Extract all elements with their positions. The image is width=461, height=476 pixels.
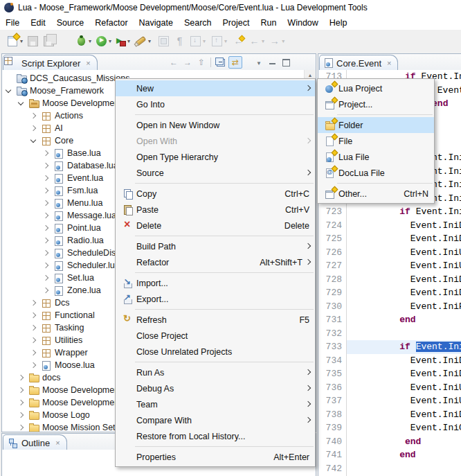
back-button[interactable]: ← (167, 58, 181, 67)
context-menu-item-copy[interactable]: CopyCtrl+C (116, 186, 315, 202)
context-menu-item-new[interactable]: New (116, 80, 315, 96)
context-menu-item-run-as[interactable]: Run As (116, 364, 315, 380)
chevron-down-icon[interactable]: ▾ (20, 38, 23, 44)
close-icon[interactable]: × (387, 59, 391, 67)
context-menu-item-import-[interactable]: Import... (116, 275, 315, 291)
debug-button[interactable]: ▾ (74, 33, 93, 50)
context-menu-item-team[interactable]: Team (116, 396, 315, 412)
maximize-button[interactable] (282, 59, 290, 67)
context-menu-item-open-in-new-window[interactable]: Open in New Window (116, 117, 315, 133)
menubar-item-window[interactable]: Window (282, 17, 323, 29)
context-menu-item-delete[interactable]: DeleteDelete (116, 218, 315, 233)
chevron-collapsed-icon[interactable] (43, 163, 48, 168)
docluaN-icon (322, 168, 338, 179)
external-tools-button[interactable]: ▾ (133, 33, 152, 50)
new-submenu-item-lua-file[interactable]: Lua File (318, 149, 434, 165)
run-button[interactable]: ▾ (94, 33, 113, 50)
menubar-item-source[interactable]: Source (51, 17, 90, 29)
line-number: 739 (318, 421, 347, 435)
menubar-item-navigate[interactable]: Navigate (134, 17, 179, 29)
new-submenu-item-doclua-file[interactable]: DocLua File (318, 165, 434, 181)
chevron-collapsed-icon[interactable] (43, 175, 48, 181)
chevron-collapsed-icon[interactable] (43, 150, 48, 156)
menubar-item-file[interactable]: File (0, 17, 25, 29)
forward-button[interactable]: → (181, 58, 195, 67)
context-menu-item-build-path[interactable]: Build Path (116, 238, 315, 254)
chevron-collapsed-icon[interactable] (18, 412, 24, 418)
chevron-collapsed-icon[interactable] (18, 375, 24, 380)
run-last-launched-button[interactable]: ▾ (114, 33, 132, 50)
close-icon[interactable]: × (55, 439, 60, 447)
tab-outline[interactable]: Outline × (3, 434, 67, 450)
chevron-down-icon[interactable]: ▾ (282, 38, 284, 44)
context-menu-item-restore-from-local-history-[interactable]: Restore from Local History... (116, 428, 315, 444)
context-menu-item-compare-with[interactable]: Compare With (116, 412, 315, 428)
run-last-launched-icon (116, 36, 126, 46)
context-menu-item-refresh[interactable]: RefreshF5 (116, 312, 315, 328)
context-menu-item-properties[interactable]: PropertiesAlt+Enter (116, 449, 315, 465)
chevron-collapsed-icon[interactable] (43, 288, 48, 293)
link-with-editor-button[interactable]: ⇄ (228, 56, 242, 69)
chevron-collapsed-icon[interactable] (30, 362, 36, 368)
chevron-collapsed-icon[interactable] (30, 113, 36, 118)
chevron-collapsed-icon[interactable] (43, 263, 48, 268)
chevron-down-icon[interactable]: ▾ (203, 38, 206, 44)
view-menu-icon[interactable]: ▼ (252, 58, 266, 67)
context-menu-item-close-unrelated-projects[interactable]: Close Unrelated Projects (116, 344, 315, 360)
chevron-expanded-icon[interactable] (30, 137, 36, 143)
context-menu-item-refactor[interactable]: RefactorAlt+Shift+T (116, 254, 315, 270)
new-wizard-button[interactable]: ▾ (5, 33, 24, 50)
menu-item-label: Lua File (338, 152, 428, 162)
new-submenu-item-project-[interactable]: Project... (318, 96, 434, 112)
up-icon[interactable]: ⇧ (195, 58, 208, 67)
menubar-item-refactor[interactable]: Refactor (89, 17, 133, 29)
chevron-expanded-icon[interactable] (6, 87, 11, 93)
chevron-collapsed-icon[interactable] (18, 387, 24, 393)
chevron-collapsed-icon[interactable] (43, 200, 48, 206)
menubar-item-edit[interactable]: Edit (25, 17, 51, 29)
context-menu-item-go-into[interactable]: Go Into (116, 96, 315, 112)
chevron-collapsed-icon[interactable] (30, 337, 36, 343)
chevron-collapsed-icon[interactable] (43, 250, 48, 256)
chevron-expanded-icon[interactable] (18, 100, 24, 105)
menu-item-label: Properties (136, 452, 261, 462)
new-submenu-item-folder[interactable]: Folder (318, 117, 434, 133)
close-icon[interactable]: × (86, 59, 90, 67)
chevron-down-icon[interactable]: ▾ (224, 38, 227, 44)
chevron-collapsed-icon[interactable] (30, 125, 36, 131)
chevron-collapsed-icon[interactable] (43, 188, 48, 193)
context-menu-item-close-project[interactable]: Close Project (116, 328, 315, 344)
chevron-down-icon[interactable]: ▾ (127, 38, 130, 44)
chevron-collapsed-icon[interactable] (18, 425, 24, 430)
tab-core-event[interactable]: Core.Event × (319, 55, 398, 71)
chevron-collapsed-icon[interactable] (43, 225, 48, 231)
chevron-collapsed-icon[interactable] (43, 213, 48, 218)
new-submenu-item-other-[interactable]: Other...Ctrl+N (318, 186, 434, 202)
chevron-collapsed-icon[interactable] (30, 300, 36, 306)
chevron-down-icon[interactable]: ▾ (109, 38, 111, 44)
chevron-collapsed-icon[interactable] (30, 325, 36, 330)
context-menu-item-source[interactable]: Source (116, 165, 315, 181)
menubar-item-run[interactable]: Run (255, 17, 282, 29)
chevron-down-icon[interactable]: ▾ (262, 38, 264, 44)
chevron-collapsed-icon[interactable] (43, 238, 48, 243)
minimize-button[interactable] (269, 61, 275, 64)
tab-script-explorer[interactable]: Script Explorer × (3, 55, 98, 71)
menubar-item-project[interactable]: Project (217, 17, 255, 29)
chevron-collapsed-icon[interactable] (30, 312, 36, 318)
new-submenu-item-lua-project[interactable]: Lua Project (318, 80, 434, 96)
menubar-item-search[interactable]: Search (179, 17, 217, 29)
chevron-collapsed-icon[interactable] (30, 350, 36, 355)
collapse-all-button[interactable] (217, 59, 225, 67)
context-menu-item-paste[interactable]: PasteCtrl+V (116, 202, 315, 218)
new-submenu-item-file[interactable]: File (318, 133, 434, 149)
menubar-item-help[interactable]: Help (324, 17, 353, 29)
chevron-down-icon[interactable]: ▾ (89, 38, 91, 44)
chevron-down-icon[interactable]: ▾ (148, 38, 151, 44)
chevron-collapsed-icon[interactable] (18, 400, 24, 405)
fileN-icon (322, 136, 338, 147)
context-menu-item-open-type-hierarchy[interactable]: Open Type Hierarchy (116, 149, 315, 165)
context-menu-item-debug-as[interactable]: Debug As (116, 380, 315, 396)
chevron-collapsed-icon[interactable] (43, 275, 48, 281)
context-menu-item-export-[interactable]: Export... (116, 291, 315, 307)
